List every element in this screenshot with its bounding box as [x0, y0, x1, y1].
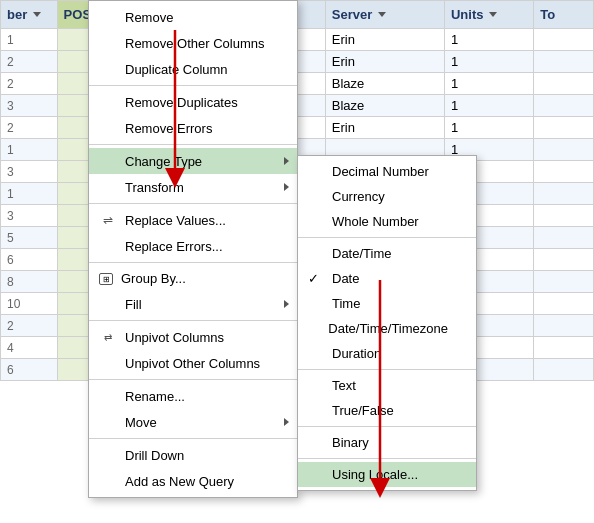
col-header-server[interactable]: Server	[325, 1, 444, 29]
remove-other-icon	[99, 35, 117, 51]
menu-item-unpivot[interactable]: ⇄ Unpivot Columns	[89, 324, 297, 350]
menu-item-remove-dupes[interactable]: Remove Duplicates	[89, 89, 297, 115]
menu-item-remove-other[interactable]: Remove Other Columns	[89, 30, 297, 56]
drill-down-icon	[99, 447, 117, 463]
sub-sep-2	[298, 369, 476, 370]
context-menu: Remove Remove Other Columns Duplicate Co…	[88, 0, 298, 498]
fill-submenu-arrow	[284, 300, 289, 308]
menu-item-remove[interactable]: Remove	[89, 4, 297, 30]
submenu-binary[interactable]: Binary	[298, 430, 476, 455]
submenu-date[interactable]: ✓ Date	[298, 266, 476, 291]
submenu-text[interactable]: Text	[298, 373, 476, 398]
col-server-label: Server	[332, 7, 372, 22]
separator-4	[89, 262, 297, 263]
menu-remove-label: Remove	[125, 10, 173, 25]
separator-2	[89, 144, 297, 145]
menu-add-query-label: Add as New Query	[125, 474, 234, 489]
menu-item-fill[interactable]: Fill	[89, 291, 297, 317]
menu-item-replace-errors[interactable]: Replace Errors...	[89, 233, 297, 259]
submenu-datetime[interactable]: Date/Time	[298, 241, 476, 266]
submenu-time[interactable]: Time	[298, 291, 476, 316]
submenu-binary-label: Binary	[332, 435, 369, 450]
submenu-decimal[interactable]: Decimal Number	[298, 159, 476, 184]
remove-icon	[99, 9, 117, 25]
transform-submenu-arrow	[284, 183, 289, 191]
main-container: ber POSC Item	[0, 0, 594, 523]
submenu-date-label: Date	[332, 271, 359, 286]
add-query-icon	[99, 473, 117, 489]
check-date: ✓	[308, 271, 324, 286]
col-units-label: Units	[451, 7, 484, 22]
col-to-label: To	[540, 7, 555, 22]
menu-item-drill-down[interactable]: Drill Down	[89, 442, 297, 468]
menu-rename-label: Rename...	[125, 389, 185, 404]
move-icon	[99, 414, 117, 430]
unpivot-other-icon	[99, 355, 117, 371]
menu-item-change-type[interactable]: Change Type	[89, 148, 297, 174]
separator-6	[89, 379, 297, 380]
menu-unpivot-other-label: Unpivot Other Columns	[125, 356, 260, 371]
menu-duplicate-label: Duplicate Column	[125, 62, 228, 77]
submenu-decimal-label: Decimal Number	[332, 164, 429, 179]
submenu-datetime-label: Date/Time	[332, 246, 391, 261]
transform-icon	[99, 179, 117, 195]
submenu-text-label: Text	[332, 378, 356, 393]
submenu-whole-label: Whole Number	[332, 214, 419, 229]
menu-item-transform[interactable]: Transform	[89, 174, 297, 200]
menu-fill-label: Fill	[125, 297, 142, 312]
submenu-locale-label: Using Locale...	[332, 467, 418, 482]
separator-7	[89, 438, 297, 439]
change-type-submenu: Decimal Number Currency Whole Number Dat…	[297, 155, 477, 491]
menu-transform-label: Transform	[125, 180, 184, 195]
submenu-datetimezone[interactable]: Date/Time/Timezone	[298, 316, 476, 341]
replace-values-icon: ⇌	[99, 212, 117, 228]
submenu-currency[interactable]: Currency	[298, 184, 476, 209]
separator-5	[89, 320, 297, 321]
col-header-number[interactable]: ber	[1, 1, 58, 29]
submenu-truefalse[interactable]: True/False	[298, 398, 476, 423]
menu-change-type-label: Change Type	[125, 154, 202, 169]
menu-item-unpivot-other[interactable]: Unpivot Other Columns	[89, 350, 297, 376]
col-header-to[interactable]: To	[534, 1, 594, 29]
menu-remove-errors-label: Remove Errors	[125, 121, 212, 136]
menu-item-add-query[interactable]: Add as New Query	[89, 468, 297, 494]
menu-remove-dupes-label: Remove Duplicates	[125, 95, 238, 110]
submenu-duration[interactable]: Duration	[298, 341, 476, 366]
remove-dupes-icon	[99, 94, 117, 110]
col-units-filter[interactable]	[489, 12, 497, 17]
sub-sep-1	[298, 237, 476, 238]
menu-item-group-by[interactable]: ⊞ Group By...	[89, 266, 297, 291]
menu-drill-down-label: Drill Down	[125, 448, 184, 463]
group-by-icon: ⊞	[99, 273, 113, 285]
change-type-icon	[99, 153, 117, 169]
submenu-truefalse-label: True/False	[332, 403, 394, 418]
col-header-units[interactable]: Units	[444, 1, 533, 29]
menu-remove-other-label: Remove Other Columns	[125, 36, 264, 51]
menu-group-by-label: Group By...	[121, 271, 186, 286]
menu-item-move[interactable]: Move	[89, 409, 297, 435]
sub-sep-3	[298, 426, 476, 427]
separator-3	[89, 203, 297, 204]
submenu-datetimezone-label: Date/Time/Timezone	[328, 321, 448, 336]
col-number-filter[interactable]	[33, 12, 41, 17]
submenu-whole-number[interactable]: Whole Number	[298, 209, 476, 234]
unpivot-icon: ⇄	[99, 329, 117, 345]
move-submenu-arrow	[284, 418, 289, 426]
menu-move-label: Move	[125, 415, 157, 430]
fill-icon	[99, 296, 117, 312]
rename-icon	[99, 388, 117, 404]
sub-sep-4	[298, 458, 476, 459]
menu-item-replace-values[interactable]: ⇌ Replace Values...	[89, 207, 297, 233]
submenu-duration-label: Duration	[332, 346, 381, 361]
menu-item-remove-errors[interactable]: Remove Errors	[89, 115, 297, 141]
submenu-using-locale[interactable]: Using Locale...	[298, 462, 476, 487]
col-server-filter[interactable]	[378, 12, 386, 17]
remove-errors-icon	[99, 120, 117, 136]
menu-unpivot-label: Unpivot Columns	[125, 330, 224, 345]
menu-item-duplicate[interactable]: Duplicate Column	[89, 56, 297, 82]
replace-errors-icon	[99, 238, 117, 254]
submenu-time-label: Time	[332, 296, 360, 311]
menu-item-rename[interactable]: Rename...	[89, 383, 297, 409]
duplicate-icon	[99, 61, 117, 77]
menu-replace-errors-label: Replace Errors...	[125, 239, 223, 254]
